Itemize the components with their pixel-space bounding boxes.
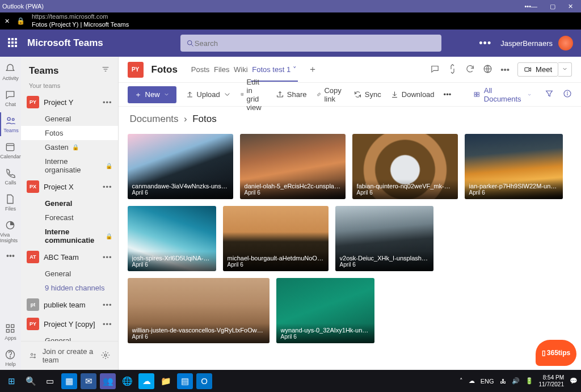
taskbar-app-4[interactable]: ☁: [138, 373, 154, 389]
file-name: wynand-uys-0_32AIxy1Hk-unsplash.jpg: [281, 327, 370, 334]
taskbar-search-icon[interactable]: 🔍: [23, 373, 39, 389]
rail-activity[interactable]: Activity: [0, 60, 21, 84]
minimize-button[interactable]: —: [531, 3, 537, 10]
close-tab-icon[interactable]: ✕: [5, 18, 10, 25]
team-more-icon[interactable]: •••: [103, 183, 112, 191]
channel-conversation-icon[interactable]: [430, 64, 440, 75]
share-button[interactable]: Share: [276, 90, 307, 99]
upload-button[interactable]: Upload: [186, 90, 231, 99]
taskbar-outlook-icon[interactable]: O: [196, 373, 212, 389]
team-more-icon[interactable]: •••: [103, 253, 112, 262]
settings-gear-icon[interactable]: [101, 351, 110, 361]
channel-item[interactable]: Forecast: [21, 210, 118, 225]
join-team-link[interactable]: Join or create a team: [43, 347, 95, 364]
file-tile[interactable]: wynand-uys-0_32AIxy1Hk-unsplash.jpgApril…: [276, 278, 374, 343]
file-tile[interactable]: ian-parker-p7Hh9SIW22M-unsplash-scaled.j…: [465, 134, 563, 199]
expand-tab-icon[interactable]: [448, 64, 457, 75]
channel-item[interactable]: 9 hidden channels: [21, 281, 118, 295]
tray-battery-icon[interactable]: 🔋: [525, 377, 533, 385]
view-selector[interactable]: All Documents: [469, 83, 536, 106]
tray-clock[interactable]: 8:54 PM11/7/2021: [539, 374, 565, 387]
filter-icon[interactable]: [101, 65, 110, 77]
meet-dropdown[interactable]: [558, 62, 572, 77]
task-view-icon[interactable]: ▭: [42, 373, 58, 389]
channel-item[interactable]: Interne organisatie🔒: [21, 154, 118, 177]
tray-chevron-icon[interactable]: ˄: [460, 377, 463, 385]
channel-item[interactable]: General: [21, 112, 118, 126]
taskbar-app-3[interactable]: 👥: [100, 373, 116, 389]
channel-item[interactable]: General: [21, 334, 118, 341]
meet-button[interactable]: Meet: [517, 62, 558, 77]
download-button[interactable]: Download: [390, 90, 435, 99]
website-icon[interactable]: [483, 64, 492, 75]
taskbar-edge-icon[interactable]: 🌐: [119, 373, 135, 389]
file-tile[interactable]: v2osk-Deiuc_XHk_I-unsplash-scaled.jpgApr…: [335, 206, 433, 271]
team-row[interactable]: pt publiek team •••: [21, 295, 118, 314]
team-row[interactable]: AT ABC Team •••: [21, 247, 118, 267]
file-tile[interactable]: michael-bourgault-aHetdmuNoO4-unsplash.j…: [223, 206, 329, 271]
rail-chat[interactable]: Chat: [0, 86, 21, 110]
file-date: April 6: [132, 262, 212, 268]
header-more-icon[interactable]: •••: [479, 37, 491, 49]
file-name: josh-spires-Xrl6D5UqiNA-unsplash.jpg: [132, 255, 212, 262]
file-tile[interactable]: fabian-quintero-nq02weVF_mk-unsplash-sca…: [352, 134, 458, 199]
file-tile[interactable]: josh-spires-Xrl6D5UqiNA-unsplash.jpgApri…: [128, 206, 216, 271]
add-tab-button[interactable]: ＋: [308, 64, 317, 75]
file-tile[interactable]: canmandawe-3iaV4wNnzks-unsplash-scaled.j…: [128, 134, 233, 199]
sidebar-title: Teams: [29, 65, 59, 77]
channel-item[interactable]: Interne communicatie🔒: [21, 225, 118, 247]
sync-button[interactable]: Sync: [353, 90, 381, 99]
team-row[interactable]: PX Project X •••: [21, 177, 118, 196]
tab-posts[interactable]: Posts: [190, 58, 211, 81]
tray-lang[interactable]: ENG: [481, 378, 494, 385]
tab-more-icon[interactable]: •••: [500, 65, 510, 74]
start-button[interactable]: ⊞: [3, 373, 19, 389]
crumb-root[interactable]: Documents: [130, 113, 179, 124]
rail-files[interactable]: Files: [0, 191, 21, 214]
channel-item[interactable]: General: [21, 196, 118, 210]
team-row[interactable]: PY Project Y •••: [21, 92, 118, 112]
file-tile[interactable]: willian-justen-de-vasconcellos-VgRyLtxFo…: [128, 278, 270, 343]
rail-more-icon[interactable]: •••: [0, 248, 21, 263]
cmd-more-icon[interactable]: •••: [444, 90, 452, 99]
tray-volume-icon[interactable]: 🔊: [512, 377, 520, 385]
taskbar-explorer-icon[interactable]: 📁: [158, 373, 174, 389]
refresh-icon[interactable]: [465, 64, 475, 75]
rail-insights[interactable]: Viva Insights: [0, 217, 21, 246]
svg-rect-27: [477, 92, 479, 94]
filter-pane-icon[interactable]: [545, 89, 554, 100]
taskbar-app-1[interactable]: ▦: [61, 373, 77, 389]
close-window-button[interactable]: ✕: [568, 3, 573, 10]
system-tray[interactable]: ˄ ☁ ENG 🖧 🔊 🔋 8:54 PM11/7/2021 💬: [460, 374, 578, 387]
rail-apps[interactable]: Apps: [0, 320, 21, 344]
tab-files[interactable]: Files: [213, 58, 230, 81]
rail-teams[interactable]: Teams: [0, 112, 21, 136]
channel-item[interactable]: Gasten🔒: [21, 140, 118, 154]
team-row[interactable]: PY Project Y [copy] •••: [21, 314, 118, 334]
search-box[interactable]: [180, 35, 441, 52]
team-more-icon[interactable]: •••: [103, 320, 112, 328]
avatar[interactable]: [558, 36, 573, 50]
info-pane-icon[interactable]: [563, 89, 572, 100]
taskbar-app-5[interactable]: ▤: [177, 373, 193, 389]
app-launcher-icon[interactable]: [8, 38, 18, 48]
file-tile[interactable]: daniel-olah-5_eRcisHc2c-unsplash-scaled.…: [240, 134, 346, 199]
rail-calendar[interactable]: Calendar: [0, 138, 21, 162]
svg-rect-28: [474, 95, 477, 96]
taskbar-app-2[interactable]: ✉: [81, 373, 96, 389]
channel-item[interactable]: Fotos: [21, 126, 118, 140]
tray-notification-icon[interactable]: 💬: [570, 377, 578, 385]
new-button[interactable]: ＋ New: [128, 86, 176, 103]
search-input[interactable]: [195, 39, 436, 48]
tray-onedrive-icon[interactable]: ☁: [469, 377, 475, 385]
pwa-more-icon[interactable]: •••: [524, 3, 531, 10]
svg-point-17: [34, 354, 35, 355]
team-more-icon[interactable]: •••: [103, 98, 112, 107]
channel-item[interactable]: General: [21, 267, 118, 281]
maximize-button[interactable]: ▢: [550, 3, 555, 10]
copy-link-button[interactable]: Copy link: [316, 86, 344, 103]
tray-network-icon[interactable]: 🖧: [500, 378, 506, 385]
rail-help[interactable]: Help: [0, 346, 21, 370]
team-more-icon[interactable]: •••: [103, 301, 112, 309]
rail-calls[interactable]: Calls: [0, 165, 21, 188]
